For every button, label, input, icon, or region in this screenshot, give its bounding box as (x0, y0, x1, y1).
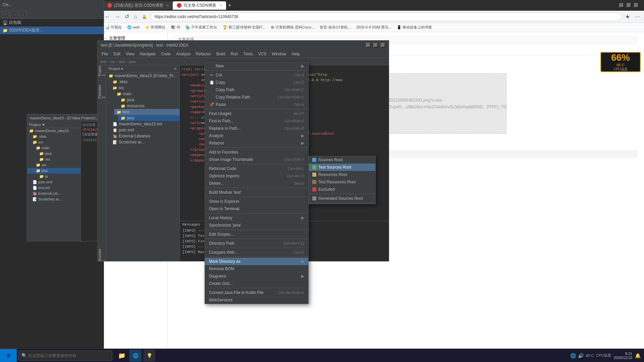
ctx-web-services[interactable]: WebServices (205, 296, 308, 304)
tree-pom-item[interactable]: 📋 pom.xml (110, 127, 179, 133)
taskbar-browser-icon[interactable]: 🌐 (129, 350, 142, 362)
taskbar-search-box[interactable]: 🔍 (18, 351, 112, 361)
tree-scratches-item[interactable]: 📝 Scratches ar... (110, 139, 179, 145)
small-tree-test[interactable]: 📁 we (27, 162, 80, 168)
volume-icon[interactable]: 🔊 (578, 353, 584, 358)
menu-view[interactable]: View (123, 51, 137, 57)
ctx-refactor[interactable]: Refactor▶ (205, 139, 308, 147)
tree-gear-icon[interactable]: ⚙ (173, 67, 177, 71)
bookmark-cisco[interactable]: 🖥 计算机网络 思科Cisco... (269, 24, 316, 31)
messages-tab[interactable]: Messages (182, 223, 200, 227)
submenu-generated-sources[interactable]: Generated Sources Root (309, 195, 375, 202)
menu-analyze[interactable]: Analyze (173, 51, 193, 57)
sidebar-project-icon[interactable]: 1: Project (98, 67, 105, 74)
small-tree-scratches[interactable]: 📝 Scratches ar... (27, 196, 80, 202)
sidebar-structure-icon[interactable]: 2: Structure (98, 252, 105, 259)
close-csdn-home-tab[interactable]: × (167, 3, 169, 7)
ctx-delete[interactable]: Delete...Delete (205, 180, 308, 187)
menu-code[interactable]: Code (158, 51, 173, 57)
bookmark-luogu[interactable]: 首页-洛谷|计算机... (318, 24, 353, 31)
address-bar[interactable] (150, 12, 622, 21)
bookmark-cup[interactable]: 🏆 第三届'传智杯'全国IT... (221, 24, 267, 31)
ctx-copy-rel-path[interactable]: Copy Relative PathCtrl+Alt+Shift+C (205, 94, 308, 101)
menu-vcs[interactable]: VCS (256, 51, 269, 57)
ctx-build-module[interactable]: Build Module 'test' (205, 189, 308, 196)
ctx-find-in-path[interactable]: Find in Path...Ctrl+Shift+F (205, 117, 308, 125)
taskbar-explorer-icon[interactable]: 📁 (116, 350, 128, 362)
ctx-find-usages[interactable]: Find UsagesAlt+F7 (205, 110, 308, 117)
ctx-show-explorer[interactable]: Show in Explorer (205, 198, 308, 205)
tab-csdn-write[interactable]: C 写文章-CSDN博客 × (173, 1, 226, 10)
close-button[interactable]: ✕ (634, 3, 639, 8)
add-tab-button[interactable]: + (226, 2, 234, 9)
ctx-add-favorites[interactable]: Add to Favorites (205, 148, 308, 156)
submenu-test-sources-root[interactable]: Test Sources Root (309, 164, 375, 171)
submenu-excluded[interactable]: Excluded (309, 186, 375, 193)
menu-refactor[interactable]: Refactor (193, 51, 214, 57)
tree-root-item[interactable]: 📁 mavenDemo_idea15 (D:\Idea_Pr... (106, 73, 179, 79)
nav-forward-btn[interactable]: → (11, 10, 18, 18)
maximize-button[interactable]: □ (627, 3, 631, 8)
small-tree-iml[interactable]: 📄 test.iml (27, 185, 80, 191)
menu-help[interactable]: Help (289, 51, 303, 57)
small-tree-resources[interactable]: 📁 res (27, 157, 80, 162)
small-tree-pom[interactable]: 📄 pom.xml (27, 179, 80, 185)
small-tree-root[interactable]: 📁 mavenDemo_idea15 (27, 128, 80, 134)
system-clock[interactable]: 9:21 2020/12/10 (614, 352, 632, 360)
bookmark-visualization[interactable]: 📊 可视化 (103, 24, 123, 31)
sidebar-favorites-icon[interactable]: 2: Favorites (98, 88, 105, 95)
menu-window[interactable]: Window (269, 51, 289, 57)
ctx-analyze[interactable]: Analyze▶ (205, 132, 308, 139)
ctx-optimize[interactable]: Optimize ImportsCtrl+Alt+O (205, 172, 308, 180)
tree-idea-item[interactable]: 📁 .idea (110, 79, 179, 85)
ctx-convert-kotlin[interactable]: Convert Java File to Kotlin FileCtrl+Alt… (205, 289, 308, 296)
tree-main-item[interactable]: 📁 main (114, 91, 179, 97)
bookmark-common[interactable]: ⭐ 常用网址 (143, 24, 167, 31)
ctx-local-history[interactable]: Local History▶ (205, 214, 308, 222)
ctx-replace-in-path[interactable]: Replace in Path...Ctrl+Shift+R (205, 125, 308, 132)
forward-button[interactable]: → (113, 12, 121, 21)
idea-maximize-btn[interactable]: □ (373, 43, 378, 48)
ctx-new[interactable]: New▶ (205, 62, 308, 70)
ctx-compare-with[interactable]: Compare With...Ctrl+D (205, 249, 308, 256)
close-csdn-write-tab[interactable]: × (220, 3, 222, 7)
tree-item-computer[interactable]: 🖥️ 此电脑 (0, 19, 104, 26)
tree-resources-item[interactable]: 📁 resources (118, 103, 179, 109)
bookmark-mobile[interactable]: 📱 移动设备上的书签 (395, 24, 434, 31)
refresh-button[interactable]: ↺ (123, 12, 130, 21)
back-button[interactable]: ← (103, 12, 111, 21)
menu-file[interactable]: File (99, 51, 111, 57)
nav-up-btn[interactable]: ↑ (19, 10, 27, 18)
small-tree-main[interactable]: 📁 main (27, 145, 80, 151)
menu-tools[interactable]: Tools (241, 51, 256, 57)
submenu-resources-root[interactable]: Resources Root (309, 171, 375, 178)
small-tree-extlibs[interactable]: 📚 External Lib... (27, 191, 80, 196)
small-tree-test-java[interactable]: 📁 ja (27, 174, 80, 179)
idea-close-btn[interactable]: ✕ (381, 43, 385, 48)
submenu-sources-root[interactable]: Sources Root (309, 156, 375, 164)
nav-back-btn[interactable]: ← (2, 10, 9, 18)
small-tree-test-sel[interactable]: 📁 test (27, 168, 80, 174)
ctx-show-thumbnails[interactable]: Show Image ThumbnailsCtrl+Shift+T (205, 156, 308, 163)
ctx-paste[interactable]: 📌PasteCtrl+V (205, 101, 308, 108)
menu-build[interactable]: Build (214, 51, 228, 57)
tree-item-idea[interactable]: 📁 2020年IDEA版里... (0, 26, 104, 34)
ctx-create-gist[interactable]: Create Gist... (205, 280, 308, 287)
ctx-copy-path[interactable]: Copy PathCtrl+Shift+C (205, 86, 308, 94)
taskbar-idea-icon[interactable]: 💡 (143, 350, 155, 362)
idea-minimize-btn[interactable]: — (366, 43, 371, 48)
extensions-button[interactable]: ⋯ (633, 12, 641, 21)
small-tree-src[interactable]: 📁 src (27, 139, 80, 145)
bookmark-qianniu[interactable]: 🏪 千牛卖家工作台 (184, 24, 219, 31)
minimize-button[interactable]: — (619, 3, 624, 8)
tree-src-item[interactable]: 📂 src (110, 85, 179, 91)
tree-test-item[interactable]: 📂 test (114, 109, 179, 115)
menu-navigate[interactable]: Navigate (137, 51, 158, 57)
ctx-open-terminal[interactable]: Open in Terminal (205, 205, 308, 213)
ctx-edit-scopes[interactable]: Edit Scopes... (205, 231, 308, 238)
small-tree-idea[interactable]: 📁 .idea (27, 134, 80, 139)
tree-main-java-item[interactable]: 📁 java (118, 97, 179, 103)
ctx-reformat[interactable]: Reformat CodeCtrl+Alt+L (205, 165, 308, 172)
ctx-copy[interactable]: 📋CopyCtrl+C (205, 79, 308, 86)
ctx-synchronize[interactable]: Synchronize 'java' (205, 222, 308, 229)
